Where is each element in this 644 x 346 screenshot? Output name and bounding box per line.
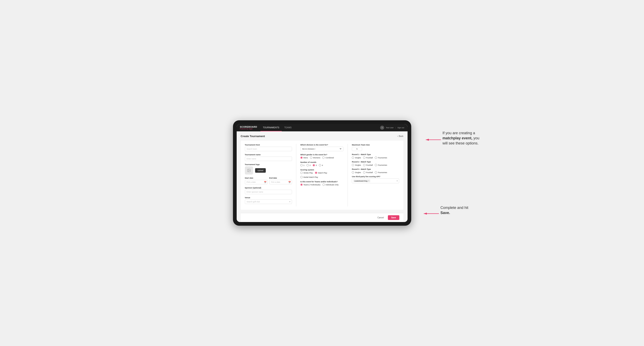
round1-radios: Singles Fourball Foursomes [352,157,399,159]
avatar: T [380,126,384,130]
individuals-only[interactable]: Individuals Only [322,183,339,186]
logo-area: SCOREBOARD Powered by clippit [240,126,257,130]
third-party-label: Use third-party live scoring API? [352,175,399,177]
round1-match-type: Round 1 - Match Type Singles Fourball [352,154,399,159]
sponsor-group: Sponsor (optional) [245,187,292,194]
gender-womens[interactable]: Womens [310,157,320,159]
third-party-tag: Leaderboard King × [353,179,370,182]
rounds-group: Number of rounds 1 2 [300,161,344,166]
nav-right: T Test User | Sign out [380,126,404,130]
end-date-label: End date [269,177,292,179]
tournament-host-group: Tournament Host [245,144,292,151]
main-content: Create Tournament ‹ Back Tournament Host [237,131,408,222]
page-header: Create Tournament ‹ Back [241,135,404,138]
division-label: Which division is the event for? [300,144,344,146]
division-group: Which division is the event for? NCAA Di… [300,144,344,151]
form-content: Tournament Host Tournament name Tourname… [241,141,404,210]
round3-fourball[interactable]: Fourball [363,171,373,173]
round3-singles[interactable]: Singles [352,171,361,173]
tournament-logo-group: Tournament logo Upload [245,164,292,174]
gender-combined[interactable]: Combined [322,157,334,159]
round1-fourball[interactable]: Fourball [363,157,373,159]
teams-plus-individuals[interactable]: Teams (+Individuals) [300,183,320,186]
tab-tournaments[interactable]: TOURNAMENTS [260,124,282,131]
tournament-host-label: Tournament Host [245,144,292,146]
logo-placeholder [245,166,253,174]
end-date-wrap: 📅 [269,180,292,184]
right-column: Maximum Team Size Round 1 - Match Type S… [348,144,399,206]
gender-radio-group: Mens Womens Combined [300,157,344,159]
form-footer: Cancel Save [241,213,404,222]
gender-mens[interactable]: Mens [300,157,308,159]
dates-group: Start date 📅 End date [245,177,292,184]
tournament-name-label: Tournament name [245,154,292,156]
round1-singles[interactable]: Singles [352,157,361,159]
tournament-name-input[interactable] [245,157,292,161]
rounds-1[interactable]: 1 [300,164,304,166]
scoring-radio-group: Stroke Play Match Play Medal Match Play [300,172,344,178]
round2-fourball[interactable]: Fourball [363,164,373,166]
round2-radios: Singles Fourball Foursomes [352,164,399,166]
select-arrow-icon: ▾ [397,180,398,182]
third-party-section: Use third-party live scoring API? Leader… [352,175,399,183]
mid-column: Which division is the event for? NCAA Di… [296,144,348,206]
venue-label: Venue [245,197,292,199]
end-date-group: End date 📅 [269,177,292,184]
tablet-screen: SCOREBOARD Powered by clippit TOURNAMENT… [237,124,408,222]
tag-remove-icon[interactable]: × [368,180,369,182]
round3-label: Round 3 - Match Type [352,168,399,170]
teams-group: Is this event for Teams and/or Individua… [300,181,344,186]
annotation-text-bottom: Complete and hit Save. [440,205,478,215]
annotation-text-right: If you are creating a matchplay event, y… [442,131,482,146]
sponsor-label: Sponsor (optional) [245,187,292,189]
form-grid: Tournament Host Tournament name Tourname… [245,144,399,206]
logo-scoreboard: SCOREBOARD [240,126,257,128]
upload-button[interactable]: Upload [255,168,266,173]
scoring-medal[interactable]: Medal Match Play [300,176,318,178]
scoring-stroke[interactable]: Stroke Play [300,172,313,174]
annotation-arrow-bottom [422,210,439,217]
tab-teams[interactable]: TEAMS [282,124,294,131]
teams-label: Is this event for Teams and/or Individua… [300,181,344,183]
nav-tabs: TOURNAMENTS TEAMS [260,124,294,131]
cancel-button[interactable]: Cancel [375,215,386,220]
start-date-input[interactable] [245,180,268,184]
third-party-select[interactable]: Leaderboard King × ▾ [352,178,399,183]
rounds-4[interactable]: 4 [319,164,323,166]
logo-upload-area: Upload [245,166,292,174]
scoring-group: Scoring system Stroke Play Match Play [300,169,344,178]
tournament-host-input[interactable] [245,147,292,151]
start-date-label: Start date [245,177,268,179]
gender-group: Which gender is the event for? Mens Wome… [300,154,344,159]
logo-powered: Powered by clippit [240,128,257,130]
user-name: Test User [386,127,394,129]
round2-singles[interactable]: Singles [352,164,361,166]
round2-match-type: Round 2 - Match Type Singles Fourball [352,161,399,166]
division-select[interactable]: NCAA Division I [300,147,344,151]
start-date-wrap: 📅 [245,180,268,184]
start-date-group: Start date 📅 [245,177,268,184]
rounds-3[interactable]: 3 [313,164,317,166]
back-button[interactable]: ‹ Back [397,135,404,137]
gender-label: Which gender is the event for? [300,154,344,156]
round2-foursomes[interactable]: Foursomes [375,164,387,166]
rounds-radio-group: 1 2 3 [300,164,344,166]
max-team-size-group: Maximum Team Size [352,144,399,151]
page-title: Create Tournament [241,135,265,138]
end-date-input[interactable] [269,180,292,184]
scoring-match[interactable]: Match Play [315,172,327,174]
venue-group: Venue ▼ [245,197,292,204]
save-button[interactable]: Save [388,215,399,220]
round3-foursomes[interactable]: Foursomes [375,171,387,173]
rounds-label: Number of rounds [300,161,344,163]
annotation-right: If you are creating a matchplay event, y… [424,131,482,148]
sponsor-input[interactable] [245,190,292,194]
max-team-size-input[interactable] [352,147,362,151]
scoring-label: Scoring system [300,169,344,171]
tablet-frame: SCOREBOARD Powered by clippit TOURNAMENT… [233,120,411,226]
teams-radio-group: Teams (+Individuals) Individuals Only [300,183,344,186]
round1-foursomes[interactable]: Foursomes [375,157,387,159]
sign-out-link[interactable]: Sign out [397,127,404,129]
rounds-2[interactable]: 2 [306,164,311,166]
venue-input[interactable] [245,199,292,204]
